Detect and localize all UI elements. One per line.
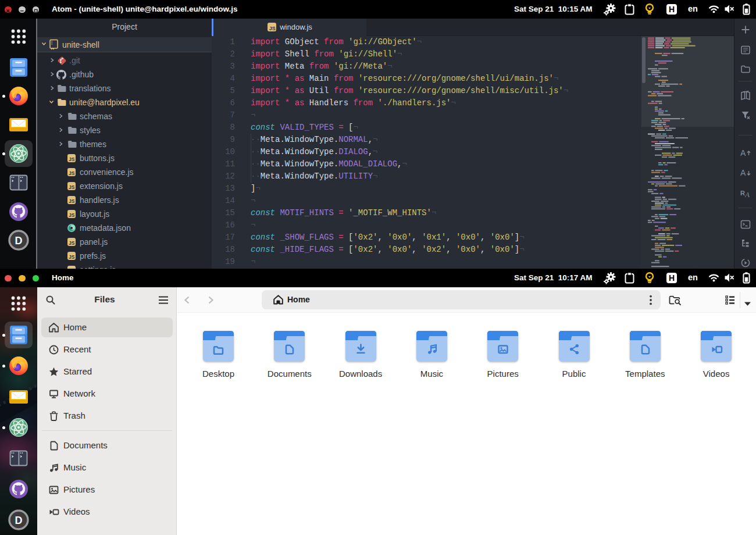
svg-text:A: A bbox=[740, 168, 746, 177]
svg-text:R: R bbox=[740, 190, 745, 197]
svg-text:A: A bbox=[744, 190, 750, 198]
svg-text:A: A bbox=[740, 148, 746, 158]
svg-text:D: D bbox=[15, 515, 23, 526]
svg-text:D: D bbox=[15, 235, 23, 247]
